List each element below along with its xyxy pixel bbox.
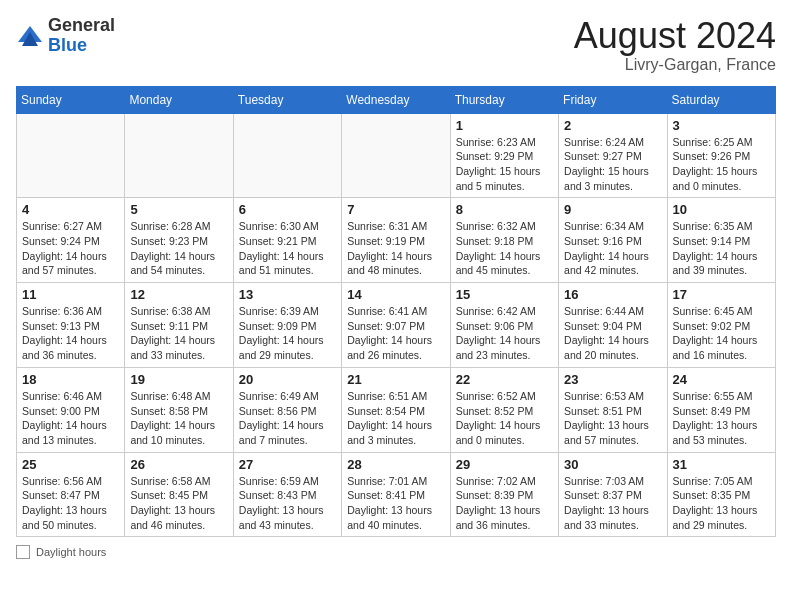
day-info: Sunrise: 6:28 AMSunset: 9:23 PMDaylight:… (130, 219, 227, 278)
month-year: August 2024 (574, 16, 776, 56)
day-number: 20 (239, 372, 336, 387)
calendar-day-cell: 19Sunrise: 6:48 AMSunset: 8:58 PMDayligh… (125, 367, 233, 452)
day-number: 30 (564, 457, 661, 472)
day-info: Sunrise: 6:42 AMSunset: 9:06 PMDaylight:… (456, 304, 553, 363)
calendar-day-cell (233, 113, 341, 198)
day-info: Sunrise: 6:27 AMSunset: 9:24 PMDaylight:… (22, 219, 119, 278)
location: Livry-Gargan, France (574, 56, 776, 74)
day-number: 22 (456, 372, 553, 387)
day-number: 10 (673, 202, 770, 217)
calendar-day-cell: 10Sunrise: 6:35 AMSunset: 9:14 PMDayligh… (667, 198, 775, 283)
day-number: 28 (347, 457, 444, 472)
calendar-day-cell: 14Sunrise: 6:41 AMSunset: 9:07 PMDayligh… (342, 283, 450, 368)
calendar-day-cell: 29Sunrise: 7:02 AMSunset: 8:39 PMDayligh… (450, 452, 558, 537)
day-info: Sunrise: 7:05 AMSunset: 8:35 PMDaylight:… (673, 474, 770, 533)
day-of-week-header: Sunday (17, 86, 125, 113)
calendar-day-cell: 18Sunrise: 6:46 AMSunset: 9:00 PMDayligh… (17, 367, 125, 452)
day-number: 18 (22, 372, 119, 387)
calendar-day-cell (125, 113, 233, 198)
title-block: August 2024 Livry-Gargan, France (574, 16, 776, 74)
day-number: 13 (239, 287, 336, 302)
calendar-day-cell: 31Sunrise: 7:05 AMSunset: 8:35 PMDayligh… (667, 452, 775, 537)
page-header: General Blue August 2024 Livry-Gargan, F… (16, 16, 776, 74)
day-number: 24 (673, 372, 770, 387)
calendar-day-cell: 11Sunrise: 6:36 AMSunset: 9:13 PMDayligh… (17, 283, 125, 368)
calendar-day-cell: 13Sunrise: 6:39 AMSunset: 9:09 PMDayligh… (233, 283, 341, 368)
calendar-day-cell: 7Sunrise: 6:31 AMSunset: 9:19 PMDaylight… (342, 198, 450, 283)
day-info: Sunrise: 6:51 AMSunset: 8:54 PMDaylight:… (347, 389, 444, 448)
day-info: Sunrise: 6:44 AMSunset: 9:04 PMDaylight:… (564, 304, 661, 363)
day-info: Sunrise: 6:39 AMSunset: 9:09 PMDaylight:… (239, 304, 336, 363)
calendar-footer: Daylight hours (16, 545, 776, 559)
day-number: 12 (130, 287, 227, 302)
calendar-day-cell: 17Sunrise: 6:45 AMSunset: 9:02 PMDayligh… (667, 283, 775, 368)
day-info: Sunrise: 6:52 AMSunset: 8:52 PMDaylight:… (456, 389, 553, 448)
day-number: 4 (22, 202, 119, 217)
calendar-week-row: 25Sunrise: 6:56 AMSunset: 8:47 PMDayligh… (17, 452, 776, 537)
day-info: Sunrise: 6:45 AMSunset: 9:02 PMDaylight:… (673, 304, 770, 363)
day-info: Sunrise: 6:38 AMSunset: 9:11 PMDaylight:… (130, 304, 227, 363)
day-info: Sunrise: 6:23 AMSunset: 9:29 PMDaylight:… (456, 135, 553, 194)
day-number: 5 (130, 202, 227, 217)
day-number: 9 (564, 202, 661, 217)
calendar-day-cell: 12Sunrise: 6:38 AMSunset: 9:11 PMDayligh… (125, 283, 233, 368)
calendar-day-cell: 30Sunrise: 7:03 AMSunset: 8:37 PMDayligh… (559, 452, 667, 537)
calendar-day-cell: 3Sunrise: 6:25 AMSunset: 9:26 PMDaylight… (667, 113, 775, 198)
calendar-day-cell: 8Sunrise: 6:32 AMSunset: 9:18 PMDaylight… (450, 198, 558, 283)
logo: General Blue (16, 16, 115, 56)
calendar-day-cell (17, 113, 125, 198)
calendar-day-cell: 4Sunrise: 6:27 AMSunset: 9:24 PMDaylight… (17, 198, 125, 283)
calendar-header-row: SundayMondayTuesdayWednesdayThursdayFrid… (17, 86, 776, 113)
day-info: Sunrise: 6:46 AMSunset: 9:00 PMDaylight:… (22, 389, 119, 448)
day-info: Sunrise: 6:36 AMSunset: 9:13 PMDaylight:… (22, 304, 119, 363)
day-number: 7 (347, 202, 444, 217)
day-info: Sunrise: 6:34 AMSunset: 9:16 PMDaylight:… (564, 219, 661, 278)
day-info: Sunrise: 6:25 AMSunset: 9:26 PMDaylight:… (673, 135, 770, 194)
footer-color-indicator (16, 545, 30, 559)
calendar-day-cell: 27Sunrise: 6:59 AMSunset: 8:43 PMDayligh… (233, 452, 341, 537)
calendar-table: SundayMondayTuesdayWednesdayThursdayFrid… (16, 86, 776, 538)
day-info: Sunrise: 6:41 AMSunset: 9:07 PMDaylight:… (347, 304, 444, 363)
day-info: Sunrise: 6:48 AMSunset: 8:58 PMDaylight:… (130, 389, 227, 448)
day-number: 27 (239, 457, 336, 472)
calendar-week-row: 18Sunrise: 6:46 AMSunset: 9:00 PMDayligh… (17, 367, 776, 452)
calendar-day-cell: 1Sunrise: 6:23 AMSunset: 9:29 PMDaylight… (450, 113, 558, 198)
calendar-day-cell: 22Sunrise: 6:52 AMSunset: 8:52 PMDayligh… (450, 367, 558, 452)
day-number: 25 (22, 457, 119, 472)
day-number: 31 (673, 457, 770, 472)
day-of-week-header: Thursday (450, 86, 558, 113)
calendar-day-cell: 2Sunrise: 6:24 AMSunset: 9:27 PMDaylight… (559, 113, 667, 198)
day-number: 8 (456, 202, 553, 217)
day-of-week-header: Saturday (667, 86, 775, 113)
day-of-week-header: Monday (125, 86, 233, 113)
calendar-day-cell: 16Sunrise: 6:44 AMSunset: 9:04 PMDayligh… (559, 283, 667, 368)
day-number: 19 (130, 372, 227, 387)
day-info: Sunrise: 6:31 AMSunset: 9:19 PMDaylight:… (347, 219, 444, 278)
day-info: Sunrise: 6:53 AMSunset: 8:51 PMDaylight:… (564, 389, 661, 448)
day-info: Sunrise: 6:24 AMSunset: 9:27 PMDaylight:… (564, 135, 661, 194)
day-info: Sunrise: 6:56 AMSunset: 8:47 PMDaylight:… (22, 474, 119, 533)
logo-general-text: General (48, 15, 115, 35)
calendar-day-cell: 21Sunrise: 6:51 AMSunset: 8:54 PMDayligh… (342, 367, 450, 452)
day-number: 23 (564, 372, 661, 387)
day-number: 15 (456, 287, 553, 302)
day-info: Sunrise: 6:58 AMSunset: 8:45 PMDaylight:… (130, 474, 227, 533)
day-number: 3 (673, 118, 770, 133)
day-number: 21 (347, 372, 444, 387)
calendar-day-cell (342, 113, 450, 198)
day-number: 1 (456, 118, 553, 133)
calendar-day-cell: 6Sunrise: 6:30 AMSunset: 9:21 PMDaylight… (233, 198, 341, 283)
calendar-week-row: 1Sunrise: 6:23 AMSunset: 9:29 PMDaylight… (17, 113, 776, 198)
day-info: Sunrise: 7:01 AMSunset: 8:41 PMDaylight:… (347, 474, 444, 533)
day-info: Sunrise: 6:49 AMSunset: 8:56 PMDaylight:… (239, 389, 336, 448)
day-info: Sunrise: 6:30 AMSunset: 9:21 PMDaylight:… (239, 219, 336, 278)
day-number: 14 (347, 287, 444, 302)
day-info: Sunrise: 6:59 AMSunset: 8:43 PMDaylight:… (239, 474, 336, 533)
calendar-day-cell: 20Sunrise: 6:49 AMSunset: 8:56 PMDayligh… (233, 367, 341, 452)
day-of-week-header: Wednesday (342, 86, 450, 113)
day-number: 29 (456, 457, 553, 472)
logo-icon (16, 22, 44, 50)
calendar-day-cell: 25Sunrise: 6:56 AMSunset: 8:47 PMDayligh… (17, 452, 125, 537)
day-number: 16 (564, 287, 661, 302)
calendar-week-row: 4Sunrise: 6:27 AMSunset: 9:24 PMDaylight… (17, 198, 776, 283)
